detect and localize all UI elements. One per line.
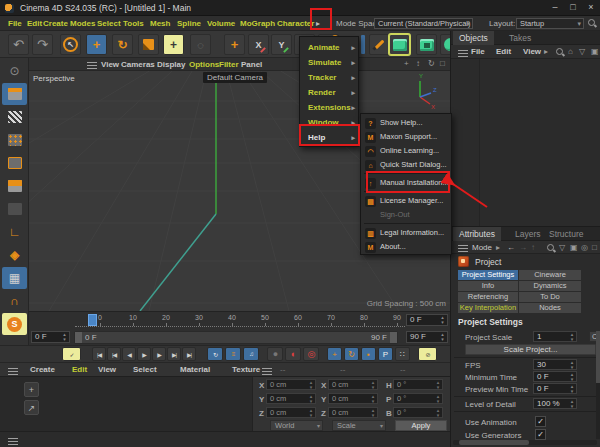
layout-box-icon[interactable]: ▣ <box>591 47 599 56</box>
tab-attributes[interactable]: Attributes <box>453 227 501 241</box>
attr-tab-key-interpolation[interactable]: Key Interpolation <box>458 303 518 313</box>
play-sound[interactable]: ♫ <box>243 347 259 361</box>
overflow-menu-window[interactable]: Window▸ <box>300 115 358 130</box>
minimize-button[interactable]: – <box>546 2 564 12</box>
simulation-cursor-tool[interactable]: + <box>163 34 184 55</box>
viewport-menu-display[interactable]: Display <box>157 60 185 69</box>
status-menu-icon[interactable] <box>8 437 18 447</box>
menu-mograph[interactable]: MoGraph <box>240 19 275 28</box>
field-input-minimum-time[interactable]: 0 F▴▾ <box>533 371 577 382</box>
attr-tab-to-do[interactable]: To Do <box>519 292 581 302</box>
keyframe-bars[interactable]: ≡ <box>225 347 241 361</box>
search-icon[interactable] <box>556 48 565 59</box>
dolly-icon[interactable]: ↕ <box>416 59 420 68</box>
key-parameters[interactable]: P <box>378 347 393 361</box>
loop-playback[interactable]: ↻ <box>207 347 223 361</box>
objects-menu-icon[interactable] <box>458 49 468 59</box>
uv-mode[interactable] <box>2 198 27 220</box>
texture-mode[interactable] <box>2 106 27 128</box>
autokeying[interactable]: ◎ <box>303 347 319 361</box>
attr-tab-dynamics[interactable]: Dynamics <box>519 281 581 291</box>
current-frame-spinner[interactable]: 0 F▴▾ <box>406 314 448 326</box>
objects-overflow-icon[interactable]: ▸ <box>544 47 548 56</box>
pen-tool[interactable] <box>369 34 390 55</box>
menu-mesh[interactable]: Mesh <box>150 19 170 28</box>
range-left-cap[interactable] <box>75 332 82 343</box>
layout-select[interactable]: Startup <box>516 18 584 29</box>
filter-icon[interactable]: ▽ <box>559 243 565 252</box>
axis-modification[interactable]: + <box>224 34 245 55</box>
coord-input-position-z[interactable]: 0 cm▴▾ <box>266 407 316 418</box>
help-menu-item-online-learning[interactable]: ◠Online Learning... <box>361 144 451 158</box>
menu-select[interactable]: Select <box>97 19 121 28</box>
keyframe-selection-record[interactable]: ◐ <box>285 347 301 361</box>
coord-input-rotation-h[interactable]: 0 °▴▾ <box>393 379 443 390</box>
points-mode[interactable] <box>2 129 27 151</box>
coord-input-size-x[interactable]: 0 cm▴▾ <box>328 379 378 390</box>
menu-tools[interactable]: Tools <box>123 19 144 28</box>
field-input-fps[interactable]: 30▴▾ <box>533 359 577 370</box>
last-used-tool[interactable]: ◌ <box>190 34 211 55</box>
help-menu-item-sign-out[interactable]: Sign-Out <box>361 208 451 222</box>
model-mode[interactable] <box>2 83 27 105</box>
forward-icon[interactable]: → <box>519 243 527 252</box>
lock-y-axis[interactable]: Y <box>271 34 292 55</box>
home-icon[interactable]: ⌂ <box>568 47 573 56</box>
keyframe-presets[interactable]: ⊘ <box>418 347 437 361</box>
record-brush[interactable]: ✓ <box>62 347 81 361</box>
pan-icon[interactable]: + <box>404 59 409 68</box>
menu-create[interactable]: Create <box>43 19 68 28</box>
range-right-cap[interactable] <box>390 332 397 343</box>
overflow-menu-render[interactable]: Render▸ <box>300 85 358 100</box>
coord-input-rotation-b[interactable]: 0 °▴▾ <box>393 407 443 418</box>
viewport-menu-view[interactable]: View <box>101 60 119 69</box>
menu-character[interactable]: Character <box>277 19 314 28</box>
coord-input-rotation-p[interactable]: 0 °▴▾ <box>393 393 443 404</box>
attr-tab-info[interactable]: Info <box>458 281 518 291</box>
mode-button[interactable]: Mode <box>472 243 492 252</box>
checkbox-use-animation[interactable]: ✓ <box>535 416 546 427</box>
axis-mode[interactable]: ∟ <box>2 221 27 243</box>
undo[interactable]: ↶ <box>8 34 29 55</box>
view-label[interactable]: Perspective <box>33 74 75 83</box>
target-icon[interactable]: ◎ <box>581 243 588 252</box>
objects-menu-file[interactable]: File <box>471 47 485 56</box>
project-scale-input[interactable]: 1▴▾ <box>533 331 577 342</box>
field-input-level-of-detail[interactable]: 100 %▴▾ <box>533 398 577 409</box>
search-icon[interactable] <box>547 244 556 255</box>
tweak-mode[interactable]: ⊙ <box>2 60 27 82</box>
key-pla[interactable]: ∷ <box>395 347 410 361</box>
cube-primitive[interactable] <box>389 34 410 55</box>
next-frame[interactable]: ▶ <box>152 347 166 361</box>
viewport-menu-filter[interactable]: Filter <box>219 60 239 69</box>
mode-space-select[interactable]: Current (Standard/Physical) <box>374 18 473 29</box>
help-menu-item-maxon-support[interactable]: MMaxon Support... <box>361 130 451 144</box>
material-menu-edit[interactable]: Edit <box>72 365 87 374</box>
up-icon[interactable]: ↑ <box>531 243 535 252</box>
toggle-view-icon[interactable]: □ <box>440 59 445 68</box>
range-start-spinner[interactable]: 0 F▴▾ <box>31 331 70 343</box>
help-menu-item-quick-start-dialog[interactable]: ⌂Quick Start Dialog... <box>361 158 451 172</box>
play[interactable]: ▶ <box>137 347 151 361</box>
overflow-menu-tracker[interactable]: Tracker▸ <box>300 70 358 85</box>
help-menu-item-license-manager[interactable]: ▤License Manager... <box>361 194 451 208</box>
prev-frame[interactable]: ◀ <box>122 347 136 361</box>
rotate-tool[interactable]: ↻ <box>112 34 133 55</box>
checkbox-use-generators[interactable]: ✓ <box>535 429 546 440</box>
apply-button[interactable]: Apply <box>395 420 447 431</box>
range-max-spinner[interactable]: 90 F▴▾ <box>406 331 448 343</box>
overflow-menu-simulate[interactable]: Simulate▸ <box>300 55 358 70</box>
load-material-button[interactable]: ↗ <box>24 400 39 415</box>
viewport-menu-panel[interactable]: Panel <box>241 60 262 69</box>
objects-menu-view[interactable]: View <box>523 47 541 56</box>
vertical-scrollbar[interactable] <box>596 331 600 439</box>
attr-tab-cineware[interactable]: Cineware <box>519 270 581 280</box>
lock-x-axis[interactable]: X <box>248 34 269 55</box>
help-menu-item-show-help[interactable]: ?Show Help... <box>361 116 451 130</box>
snap-grid[interactable]: ▦ <box>2 267 27 289</box>
tab-structure[interactable]: Structure <box>543 227 590 241</box>
goto-start[interactable]: |◀ <box>92 347 106 361</box>
redo[interactable]: ↷ <box>32 34 53 55</box>
search-icon[interactable] <box>588 19 597 30</box>
coord-input-position-y[interactable]: 0 cm▴▾ <box>266 393 316 404</box>
